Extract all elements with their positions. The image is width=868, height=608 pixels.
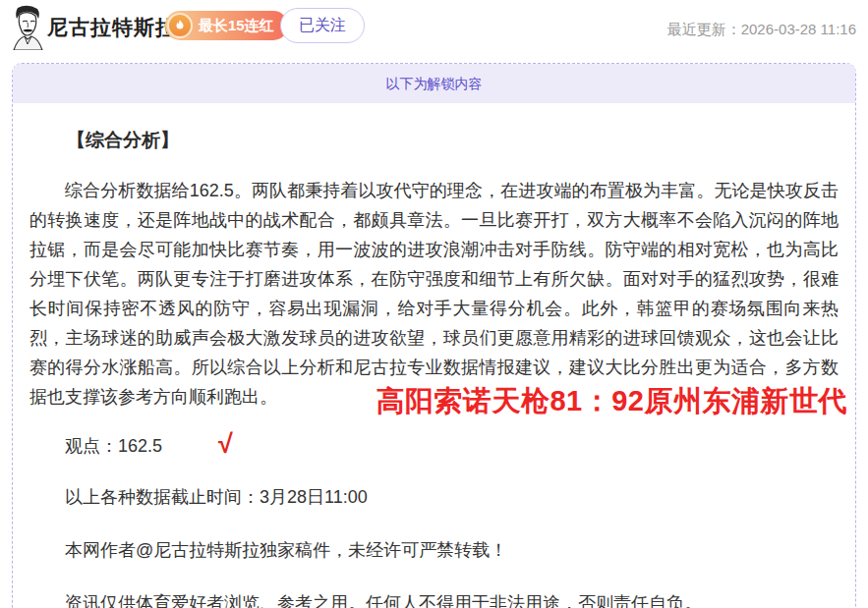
portrait-sketch-icon	[8, 5, 47, 50]
unlocked-content-card: 以下为解锁内容 【综合分析】 综合分析数据给162.5。两队都秉持着以攻代守的理…	[12, 63, 856, 608]
last-updated-text: 最近更新：2026-03-28 11:16	[667, 21, 856, 39]
viewpoint-text: 观点：162.5	[65, 436, 162, 456]
flame-icon	[167, 13, 193, 38]
match-result-score: 高阳索诺天枪81：92原州东浦新世代	[376, 382, 847, 421]
author-avatar[interactable]	[8, 5, 47, 50]
unlock-banner: 以下为解锁内容	[13, 64, 855, 103]
disclaimer-line: 资讯仅供体育爱好者浏览、参考之用。任何人不得用于非法用途，否则责任自负。	[29, 588, 839, 608]
red-check-mark: √	[183, 429, 233, 459]
copyright-line: 本网作者@尼古拉特斯拉独家稿件，未经许可严禁转载！	[29, 535, 839, 565]
follow-button[interactable]: 已关注	[280, 8, 365, 43]
author-header: 尼古拉特斯拉 最长15连红 已关注 最近更新：2026-03-28 11:16	[0, 0, 868, 61]
unlocked-article-page: 尼古拉特斯拉 最长15连红 已关注 最近更新：2026-03-28 11:16 …	[0, 0, 868, 608]
analysis-paragraph: 综合分析数据给162.5。两队都秉持着以攻代守的理念，在进攻端的布置极为丰富。无…	[29, 176, 839, 412]
article-content: 【综合分析】 综合分析数据给162.5。两队都秉持着以攻代守的理念，在进攻端的布…	[13, 128, 855, 608]
streak-badge-label: 最长15连红	[199, 17, 274, 35]
streak-badge: 最长15连红	[165, 11, 288, 40]
viewpoint-row: 观点：162.5 √	[29, 428, 839, 461]
author-name: 尼古拉特斯拉	[47, 14, 177, 41]
data-deadline-line: 以上各种数据截止时间：3月28日11:00	[29, 482, 839, 512]
section-title: 【综合分析】	[29, 128, 839, 153]
